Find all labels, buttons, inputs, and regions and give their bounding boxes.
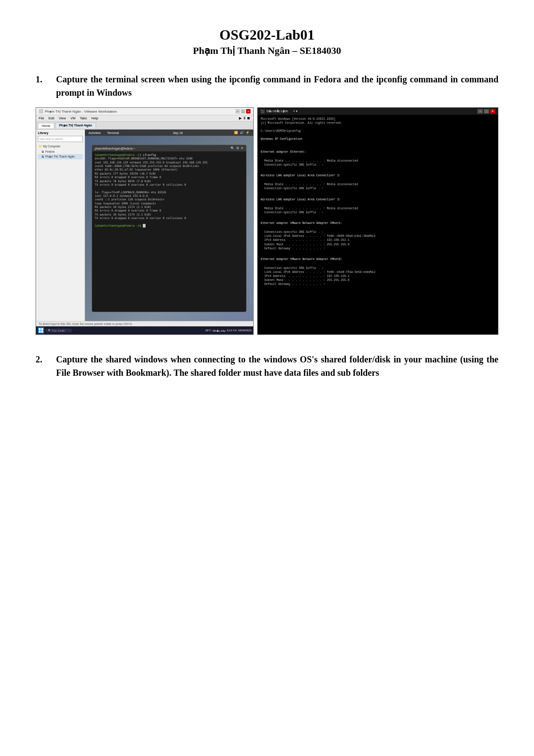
taskbar-temp: 28°C [205, 329, 211, 332]
cmd-maximize-btn[interactable]: □ [484, 109, 489, 114]
terminal-title: phamthithanhngan@fedora:~ [95, 147, 135, 150]
cmd-window: ⬛ Dấu nhắc Lệnh + ▾ − □ ✕ Microsoft Wind… [257, 107, 498, 335]
vmware-minimize-btn[interactable]: − [235, 109, 240, 114]
sidebar-item-fedora[interactable]: 🖥 Fedora [38, 149, 83, 154]
vmware-titlebar: Phạm Thị Thanh Ngân - VMware Workstation… [36, 108, 253, 115]
fedora-topbar: Activities Terminal Sep 18 📶 🔊 ⚡ [85, 130, 253, 136]
svg-rect-3 [41, 331, 44, 333]
windows-logo-icon [39, 328, 43, 333]
cmd-eth-dns: Connection-specific DNS Suffix . : [261, 163, 495, 167]
question-2-block: 2. Capture the shared windows when conne… [36, 353, 498, 379]
question-2-number: 2. [36, 353, 49, 379]
terminal-menu-icon[interactable]: ☰ [236, 146, 239, 150]
page-header: OSG202-Lab01 Phạm Thị Thanh Ngân – SE184… [36, 27, 498, 57]
tab-home[interactable]: Home [38, 123, 54, 128]
menu-tabs[interactable]: Tabs [80, 116, 87, 120]
sidebar-item-vm[interactable]: 🖥 Phạm Thị Thanh Ngân [38, 154, 83, 159]
cmd-vmnet8-ipv6: Link-local IPv6 Address . . . . . : fe80… [261, 270, 495, 274]
vmware-close-btn[interactable]: × [246, 109, 251, 114]
cmd-wlan3-dns: Connection-specific DNS Suffix . : [261, 211, 495, 215]
menu-view[interactable]: View [59, 116, 66, 120]
sidebar-search[interactable]: Type here to search... [38, 136, 83, 142]
search-placeholder: Type here to search... [39, 138, 65, 140]
page-subtitle: Phạm Thị Thanh Ngân – SE184030 [36, 45, 498, 57]
cmd-adapter-vmnet1: Ethernet adapter VMware Network Adapter … [261, 221, 495, 225]
sound-icon: 🔊 [240, 131, 244, 134]
sidebar-vm-label: Phạm Thị Thanh Ngân [45, 155, 75, 158]
pause-icon[interactable]: ⏸ [243, 116, 246, 120]
cmd-eth-media: Media State . . . . . . . . . . . : Medi… [261, 159, 495, 163]
sidebar-library-label: Library [38, 131, 83, 134]
screenshots-row: Phạm Thị Thanh Ngân - VMware Workstation… [36, 107, 498, 335]
cmd-vmnet8-ipv4: IPv4 Address. . . . . . . . . . . : 192.… [261, 274, 495, 278]
terminal-label: Terminal [105, 131, 121, 134]
cmd-wlan2-dns: Connection-specific DNS Suffix . : [261, 187, 495, 191]
vmware-toolbar-icons: ▶ ⏸ ⏹ [239, 116, 251, 120]
terminal-controls: 🔍 ☰ ✕ [231, 146, 243, 150]
power-icon: ⚡ [246, 131, 250, 134]
svg-rect-0 [39, 328, 41, 330]
vmware-menubar: File Edit View VM Tabs Help ▶ ⏸ ⏹ [36, 115, 253, 122]
activities-btn[interactable]: Activities [89, 131, 101, 134]
taskbar-weather: Nhiều mây [213, 329, 226, 332]
question-1-number: 1. [36, 73, 49, 99]
menu-file[interactable]: File [39, 116, 44, 120]
sidebar-item-mycomputer[interactable]: 📁 My Computer [38, 144, 83, 149]
fedora-terminal: phamthithanhngan@fedora:~ 🔍 ☰ ✕ [phamthi… [92, 145, 247, 312]
question-2-body: Capture the shared windows when connecti… [56, 353, 498, 379]
cmd-line-2: (c) Microsoft Corporation. All rights re… [261, 121, 495, 125]
windows-taskbar: 🔍 Tìm kiếm 28°C Nhiều mây 9:12 CH 18/09/… [36, 326, 253, 334]
cmd-vmnet8-mask: Subnet Mask . . . . . . . . . . . : 255.… [261, 278, 495, 282]
cmd-icon: ⬛ [260, 110, 265, 114]
statusbar-text: To direct input to this VM, move the mou… [39, 322, 133, 325]
cmd-adapter-wlan2: Wireless LAN adapter Local Area Connecti… [261, 174, 495, 178]
stop-icon[interactable]: ⏹ [247, 116, 251, 120]
cmd-vmnet1-gw: Default Gateway . . . . . . . . . : [261, 247, 495, 251]
search-icon: 🔍 [48, 329, 51, 332]
cmd-vmnet8-gw: Default Gateway . . . . . . . . . : [261, 282, 495, 286]
question-2-text: 2. Capture the shared windows when conne… [36, 353, 498, 379]
terminal-search-icon[interactable]: 🔍 [231, 146, 235, 150]
menu-vm[interactable]: VM [70, 116, 75, 120]
folder-icon: 📁 [39, 145, 43, 148]
cmd-new-tab-btn[interactable]: + ▾ [293, 110, 298, 113]
cmd-title-text: Dấu nhắc Lệnh [267, 110, 288, 113]
taskbar-time: 9:12 CH [227, 329, 237, 332]
question-1-block: 1. Capture the terminal screen when usin… [36, 73, 498, 335]
cmd-close-btn[interactable]: ✕ [490, 109, 495, 114]
terminal-close-icon[interactable]: ✕ [241, 146, 243, 150]
cmd-adapter-ethernet: Ethernet adapter Ethernet: [261, 150, 495, 154]
terminal-prompt-1: [phamthithanhngan@fedora ~]$ [95, 153, 143, 156]
tab-vm[interactable]: Phạm Thị Thanh Ngân [55, 122, 96, 128]
vmware-main: Library Type here to search... 📁 My Comp… [36, 130, 253, 321]
fedora-date: Sep 18 [173, 131, 182, 134]
svg-rect-1 [41, 328, 44, 330]
taskbar-right: 28°C Nhiều mây 9:12 CH 18/09/2023 [205, 329, 251, 332]
wifi-icon: 📶 [234, 131, 238, 134]
vmware-content: Activities Terminal Sep 18 📶 🔊 ⚡ [85, 130, 253, 321]
cmd-titlebar-left: ⬛ Dấu nhắc Lệnh + ▾ [260, 110, 298, 114]
menu-edit[interactable]: Edit [49, 116, 54, 120]
svg-rect-2 [39, 331, 41, 333]
terminal-cursor [143, 224, 146, 228]
vm-selected-icon: 🖥 [41, 155, 45, 158]
menu-help[interactable]: Help [91, 116, 98, 120]
vmware-icon [39, 109, 43, 114]
play-icon[interactable]: ▶ [239, 116, 242, 120]
cmd-titlebar: ⬛ Dấu nhắc Lệnh + ▾ − □ ✕ [258, 108, 498, 115]
cmd-minimize-btn[interactable]: − [477, 109, 483, 114]
windows-start-btn[interactable] [38, 327, 44, 333]
cmd-vmnet1-dns: Connection-specific DNS Suffix . : [261, 230, 495, 234]
cmd-line-1: Microsoft Windows [Version 10.0.22621.22… [261, 117, 495, 121]
taskbar-date: 18/09/2023 [238, 329, 251, 332]
sidebar-mycomputer-label: My Computer [43, 145, 61, 148]
cmd-wlan2-media: Media State . . . . . . . . . . . : Medi… [261, 183, 495, 187]
cmd-adapter-vmnet8: Ethernet adapter VMware Network Adapter … [261, 257, 495, 261]
cmd-vmnet1-mask: Subnet Mask . . . . . . . . . . . : 255.… [261, 243, 495, 247]
taskbar-search-box[interactable]: 🔍 Tìm kiếm [45, 329, 72, 333]
vm-icon: 🖥 [41, 150, 45, 153]
search-text: Tìm kiếm [52, 329, 65, 332]
vmware-maximize-btn[interactable]: □ [241, 109, 245, 114]
vmware-sidebar: Library Type here to search... 📁 My Comp… [36, 130, 85, 321]
fedora-status-icons: 📶 🔊 ⚡ [234, 131, 250, 134]
